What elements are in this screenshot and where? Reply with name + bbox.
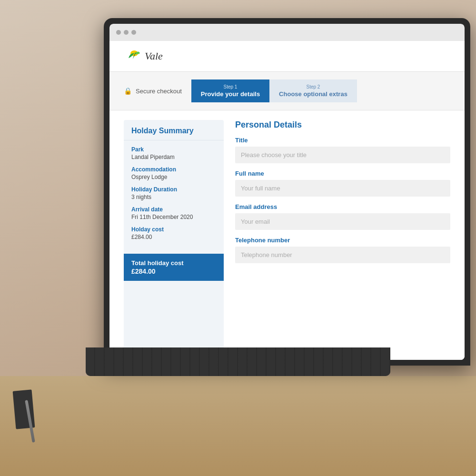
park-label: Park — [131, 146, 216, 153]
duration-label: Holiday Duration — [131, 186, 216, 193]
fullname-field-group: Full name — [235, 170, 450, 197]
summary-duration: Holiday Duration 3 nights — [131, 186, 216, 200]
screen-bezel: Vale 🔒 Secure checkout Step 1 Provide yo… — [109, 24, 465, 360]
secure-checkout-label: Secure checkout — [136, 88, 182, 95]
accommodation-value: Osprey Lodge — [131, 174, 216, 180]
personal-details-title: Personal Details — [235, 120, 450, 130]
step2-button[interactable]: Step 2 Choose optional extras — [269, 79, 357, 102]
summary-cost: Holday cost £284.00 — [131, 226, 216, 240]
summary-arrival: Arrival date Fri 11th December 2020 — [131, 206, 216, 220]
step1-button[interactable]: Step 1 Provide your details — [191, 79, 269, 102]
website: Vale 🔒 Secure checkout Step 1 Provide yo… — [109, 41, 465, 360]
cost-value: £284.00 — [131, 234, 216, 240]
arrival-value: Fri 11th December 2020 — [131, 214, 216, 220]
telephone-input[interactable] — [235, 247, 450, 263]
email-label: Email address — [235, 203, 450, 210]
lock-icon: 🔒 — [124, 87, 132, 95]
browser-dots — [116, 30, 136, 35]
laptop-keyboard — [86, 347, 390, 376]
summary-items: Park Landal Piperdam Accommodation Ospre… — [124, 140, 224, 252]
step1-main-label: Provide your details — [201, 90, 260, 98]
fullname-label: Full name — [235, 170, 450, 177]
step2-main-label: Choose optional extras — [279, 90, 347, 98]
main-content: Holday Summary Park Landal Piperdam Acco… — [109, 110, 465, 360]
scene: Vale 🔒 Secure checkout Step 1 Provide yo… — [0, 0, 476, 476]
desk-surface — [0, 376, 476, 476]
duration-value: 3 nights — [131, 194, 216, 200]
cost-label: Holday cost — [131, 226, 216, 233]
browser-dot-2 — [124, 30, 129, 35]
step1-small-label: Step 1 — [201, 84, 260, 89]
title-field-group: Title — [235, 137, 450, 163]
title-field-label: Title — [235, 137, 450, 144]
browser-dot-1 — [116, 30, 121, 35]
browser-content: Vale 🔒 Secure checkout Step 1 Provide yo… — [109, 41, 465, 360]
accommodation-label: Accommodation — [131, 166, 216, 173]
summary-total: Total holiday cost £284.00 — [124, 254, 224, 281]
summary-card: Holday Summary Park Landal Piperdam Acco… — [124, 120, 224, 360]
park-value: Landal Piperdam — [131, 154, 216, 160]
fullname-input[interactable] — [235, 180, 450, 197]
checkout-steps: 🔒 Secure checkout Step 1 Provide your de… — [109, 72, 465, 110]
site-header: Vale — [109, 41, 465, 72]
telephone-label: Telephone number — [235, 237, 450, 244]
email-input[interactable] — [235, 213, 450, 230]
total-label: Total holiday cost — [131, 259, 216, 267]
browser-dot-3 — [131, 30, 136, 35]
step2-small-label: Step 2 — [279, 84, 347, 89]
email-field-group: Email address — [235, 203, 450, 230]
summary-title: Holday Summary — [124, 120, 224, 140]
total-value: £284.00 — [131, 268, 216, 275]
arrival-label: Arrival date — [131, 206, 216, 213]
laptop-body: Vale 🔒 Secure checkout Step 1 Provide yo… — [104, 18, 470, 366]
summary-accommodation: Accommodation Osprey Lodge — [131, 166, 216, 180]
personal-details-section: Personal Details Title Full name Email a — [235, 120, 450, 360]
logo-icon — [124, 49, 142, 64]
logo-text: Vale — [145, 50, 163, 62]
title-input[interactable] — [235, 147, 450, 163]
summary-park: Park Landal Piperdam — [131, 146, 216, 160]
telephone-field-group: Telephone number — [235, 237, 450, 263]
keyboard-keys — [86, 347, 390, 376]
browser-chrome — [109, 24, 465, 41]
logo: Vale — [124, 49, 450, 64]
secure-checkout: 🔒 Secure checkout — [124, 87, 182, 95]
